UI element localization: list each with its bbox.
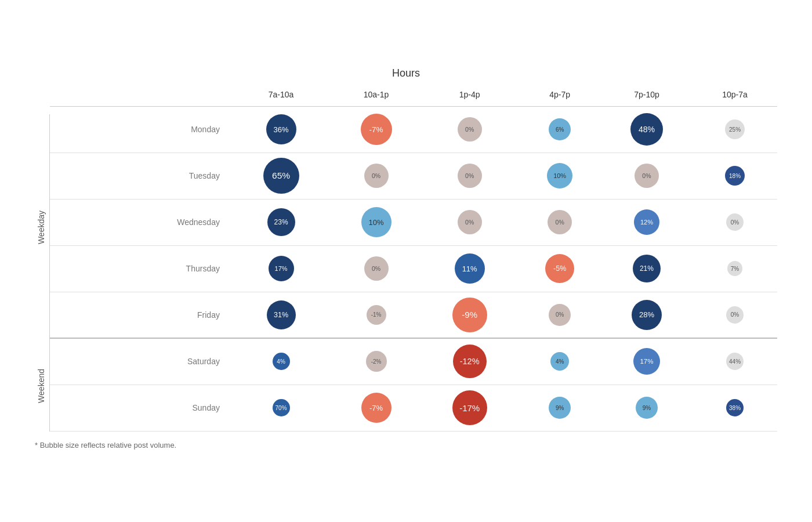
bubble: 17%: [633, 348, 660, 375]
bubble: 17%: [269, 256, 294, 281]
cell-thursday-7p-10p: 21%: [601, 245, 693, 292]
column-header-10p-7a: 10p-7a: [693, 85, 777, 107]
bubble: -5%: [545, 254, 574, 283]
cell-monday-1p-4p: 0%: [420, 106, 519, 153]
cell-saturday-7p-10p: 17%: [601, 338, 693, 385]
bubble: -7%: [361, 114, 392, 145]
cell-friday-1p-4p: -9%: [420, 292, 519, 338]
cell-tuesday-4p-7p: 10%: [519, 153, 600, 199]
cell-wednesday-7p-10p: 12%: [601, 199, 693, 245]
cell-tuesday-10a-1p: 0%: [332, 153, 420, 199]
column-header-7p-10p: 7p-10p: [601, 85, 693, 107]
cell-sunday-4p-7p: 9%: [519, 385, 600, 431]
bubble: 0%: [726, 213, 744, 231]
cell-wednesday-10p-7a: 0%: [693, 199, 777, 245]
table-row: Friday31%-1%-9%0%28%0%: [50, 292, 777, 338]
bubble: 11%: [455, 253, 485, 284]
cell-thursday-7a-10a: 17%: [230, 245, 332, 292]
cell-sunday-7a-10a: 70%: [230, 385, 332, 431]
row-label-thursday: Thursday: [50, 245, 230, 292]
table-row: Sunday70%-7%-17%9%9%38%: [50, 385, 777, 431]
bubble: 70%: [273, 399, 290, 416]
row-label-friday: Friday: [50, 292, 230, 338]
bubble: 0%: [458, 117, 482, 142]
row-label-wednesday: Wednesday: [50, 199, 230, 245]
table-row: Wednesday23%10%0%0%12%0%: [50, 199, 777, 245]
bubble: 6%: [549, 118, 571, 140]
weekend-axis-label: Weekend: [37, 369, 46, 403]
cell-friday-4p-7p: 0%: [519, 292, 600, 338]
row-label-tuesday: Tuesday: [50, 153, 230, 199]
bubble: 0%: [635, 164, 659, 188]
bubble: 0%: [364, 164, 389, 188]
bubble: 7%: [727, 261, 742, 276]
bubble: 10%: [361, 207, 392, 237]
bubble: 0%: [364, 256, 389, 281]
row-label-sunday: Sunday: [50, 385, 230, 431]
cell-monday-7a-10a: 36%: [230, 106, 332, 153]
cell-tuesday-7p-10p: 0%: [601, 153, 693, 199]
cell-thursday-1p-4p: 11%: [420, 245, 519, 292]
bubble: 21%: [633, 255, 661, 282]
column-header-10a-1p: 10a-1p: [332, 85, 420, 107]
cell-tuesday-10p-7a: 18%: [693, 153, 777, 199]
cell-sunday-10p-7a: 38%: [693, 385, 777, 431]
column-header-7a-10a: 7a-10a: [230, 85, 332, 107]
cell-thursday-10a-1p: 0%: [332, 245, 420, 292]
cell-saturday-10p-7a: 44%: [693, 338, 777, 385]
weekday-axis-label: Weekday: [37, 211, 46, 244]
table-row: Monday36%-7%0%6%48%25%: [50, 106, 777, 153]
bubble: 28%: [632, 300, 662, 330]
cell-monday-4p-7p: 6%: [519, 106, 600, 153]
bubble: -7%: [361, 393, 392, 423]
cell-friday-7p-10p: 28%: [601, 292, 693, 338]
bubble: 10%: [547, 163, 572, 188]
empty-header: [50, 85, 230, 107]
bubble: -1%: [367, 305, 386, 325]
bubble: 0%: [549, 304, 571, 326]
bubble: 38%: [726, 399, 744, 416]
bubble: 9%: [549, 397, 571, 419]
bubble: -12%: [453, 345, 487, 378]
cell-friday-10a-1p: -1%: [332, 292, 420, 338]
bubble: 0%: [548, 210, 572, 234]
cell-saturday-1p-4p: -12%: [420, 338, 519, 385]
cell-tuesday-1p-4p: 0%: [420, 153, 519, 199]
bubble: 36%: [266, 114, 296, 144]
bubble: -2%: [366, 351, 387, 372]
table-row: Saturday4%-2%-12%4%17%44%: [50, 338, 777, 385]
cell-wednesday-7a-10a: 23%: [230, 199, 332, 245]
bubble: 31%: [267, 300, 296, 329]
column-header-1p-4p: 1p-4p: [420, 85, 519, 107]
cell-monday-10p-7a: 25%: [693, 106, 777, 153]
cell-friday-10p-7a: 0%: [693, 292, 777, 338]
bubble: 44%: [726, 353, 744, 370]
cell-saturday-4p-7p: 4%: [519, 338, 600, 385]
bubble: 0%: [458, 210, 482, 234]
bubble: 25%: [725, 119, 745, 139]
table-row: Tuesday65%0%0%10%0%18%: [50, 153, 777, 199]
cell-monday-7p-10p: 48%: [601, 106, 693, 153]
cell-sunday-10a-1p: -7%: [332, 385, 420, 431]
bubble: 9%: [636, 397, 658, 419]
cell-wednesday-10a-1p: 10%: [332, 199, 420, 245]
cell-wednesday-1p-4p: 0%: [420, 199, 519, 245]
cell-saturday-10a-1p: -2%: [332, 338, 420, 385]
table-row: Thursday17%0%11%-5%21%7%: [50, 245, 777, 292]
cell-sunday-7p-10p: 9%: [601, 385, 693, 431]
cell-sunday-1p-4p: -17%: [420, 385, 519, 431]
chart-title: Hours: [35, 67, 777, 79]
bubble: 0%: [458, 164, 482, 188]
column-header-4p-7p: 4p-7p: [519, 85, 600, 107]
bubble: 65%: [263, 158, 299, 194]
bubble: 48%: [630, 113, 663, 146]
bubble: 12%: [634, 209, 659, 235]
bubble: 0%: [726, 306, 744, 324]
bubble: 23%: [267, 208, 295, 236]
cell-saturday-7a-10a: 4%: [230, 338, 332, 385]
footer-note: * Bubble size reflects relative post vol…: [35, 441, 777, 449]
bubble: -17%: [452, 390, 487, 425]
bubble: 18%: [725, 166, 745, 186]
cell-thursday-10p-7a: 7%: [693, 245, 777, 292]
row-label-saturday: Saturday: [50, 338, 230, 385]
